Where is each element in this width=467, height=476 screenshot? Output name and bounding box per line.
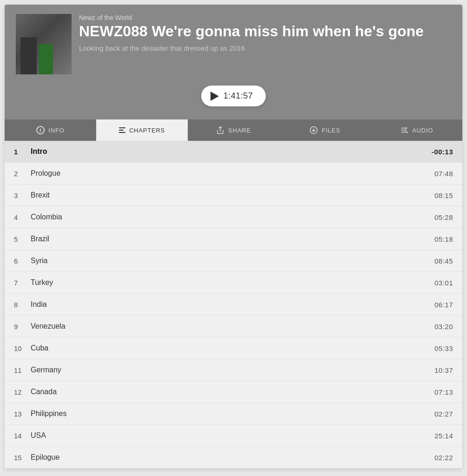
chapter-time: 02:27: [434, 410, 453, 418]
info-icon: i: [36, 126, 45, 134]
chapter-time: 07:13: [434, 388, 453, 396]
chapter-name: Canada: [31, 388, 434, 396]
chapter-row[interactable]: 4Colombia05:28: [5, 206, 462, 228]
chapter-name: Prologue: [31, 169, 434, 178]
tab-files-label: FILES: [322, 127, 340, 134]
audio-icon: [400, 126, 408, 134]
tab-audio-label: AUDIO: [412, 127, 433, 134]
tab-chapters[interactable]: CHAPTERS: [96, 119, 188, 141]
chapter-name: Philippines: [31, 410, 434, 418]
chapter-number: 6: [14, 257, 31, 265]
chapter-row[interactable]: 6Syria08:45: [5, 250, 462, 272]
chapter-number: 11: [14, 366, 31, 374]
chapter-number: 1: [14, 148, 31, 156]
chapter-time: 05:33: [434, 344, 453, 352]
chapter-time: 10:37: [434, 366, 453, 374]
chapter-row[interactable]: 15Epilogue02:22: [5, 447, 462, 469]
tab-audio[interactable]: AUDIO: [371, 119, 462, 141]
episode-info: Newz of the World NEWZ088 We're gonna mi…: [79, 14, 424, 52]
play-button[interactable]: 1:41:57: [201, 86, 266, 106]
chapter-number: 4: [14, 213, 31, 221]
chapter-name: Germany: [31, 366, 434, 374]
chapter-row[interactable]: 9Venezuela03:20: [5, 316, 462, 337]
chapter-row[interactable]: 10Cuba05:33: [5, 337, 462, 359]
chapter-time: -00:13: [432, 148, 453, 156]
tab-share[interactable]: SHARE: [188, 119, 279, 141]
tab-share-label: SHARE: [228, 127, 251, 134]
chapter-number: 2: [14, 170, 31, 178]
episode-subtitle: Looking back at the desaster that dresse…: [79, 44, 424, 52]
chapter-time: 08:15: [434, 192, 453, 199]
chapter-time: 02:22: [434, 454, 453, 462]
chapter-number: 13: [14, 410, 31, 418]
chapter-number: 15: [14, 454, 31, 462]
chapter-name: Turkey: [31, 278, 434, 287]
chapters-list: 1Intro-00:132Prologue07:483Brexit08:154C…: [5, 141, 462, 469]
chapter-name: Venezuela: [31, 322, 434, 331]
chapter-row[interactable]: 2Prologue07:48: [5, 163, 462, 185]
chapter-name: Epilogue: [31, 453, 434, 462]
chapter-time: 08:45: [434, 257, 453, 265]
chapter-time: 25:14: [434, 432, 453, 440]
chapter-name: Brazil: [31, 235, 434, 243]
chapter-number: 3: [14, 192, 31, 199]
chapter-row[interactable]: 11Germany10:37: [5, 359, 462, 381]
tab-chapters-label: CHAPTERS: [129, 127, 165, 134]
tab-files[interactable]: FILES: [279, 119, 371, 141]
chapter-row[interactable]: 14USA25:14: [5, 425, 462, 447]
chapter-time: 05:18: [434, 235, 453, 243]
chapter-number: 5: [14, 235, 31, 243]
svg-point-6: [406, 127, 407, 129]
chapter-name: India: [31, 300, 434, 309]
chapter-number: 7: [14, 279, 31, 287]
chapter-number: 9: [14, 323, 31, 331]
tab-info[interactable]: i INFO: [5, 119, 96, 141]
chapter-number: 10: [14, 344, 31, 352]
chapters-icon: [119, 127, 125, 133]
chapter-number: 8: [14, 301, 31, 309]
chapter-number: 14: [14, 432, 31, 440]
chapter-row[interactable]: 8India06:17: [5, 294, 462, 316]
chapter-row[interactable]: 13Philippines02:27: [5, 403, 462, 425]
tab-bar: i INFO CHAPTERS SHARE: [5, 119, 462, 141]
play-icon: [210, 92, 219, 101]
podcast-thumbnail: [16, 14, 72, 74]
svg-point-8: [406, 132, 408, 133]
tab-info-label: INFO: [48, 127, 64, 134]
app-container: Newz of the World NEWZ088 We're gonna mi…: [5, 5, 462, 469]
chapter-name: Colombia: [31, 213, 434, 221]
play-duration: 1:41:57: [224, 91, 253, 101]
svg-point-7: [405, 130, 406, 131]
podcast-name: Newz of the World: [79, 14, 424, 21]
chapter-time: 07:48: [434, 170, 453, 178]
chapter-row[interactable]: 1Intro-00:13: [5, 141, 462, 163]
chapter-time: 03:20: [434, 323, 453, 331]
chapter-name: Cuba: [31, 344, 434, 352]
chapter-name: Syria: [31, 257, 434, 265]
player-area: 1:41:57: [16, 86, 451, 106]
chapter-name: Intro: [31, 147, 432, 156]
chapter-row[interactable]: 12Canada07:13: [5, 381, 462, 403]
chapter-name: Brexit: [31, 191, 434, 199]
chapter-name: USA: [31, 431, 434, 440]
chapter-time: 05:28: [434, 213, 453, 221]
share-icon: [216, 126, 224, 134]
episode-header: Newz of the World NEWZ088 We're gonna mi…: [5, 5, 462, 119]
chapter-row[interactable]: 3Brexit08:15: [5, 185, 462, 206]
episode-title: NEWZ088 We're gonna miss him when he's g…: [79, 23, 424, 40]
chapter-time: 03:01: [434, 279, 453, 287]
header-top: Newz of the World NEWZ088 We're gonna mi…: [16, 14, 451, 74]
files-icon: [309, 126, 318, 134]
chapter-row[interactable]: 5Brazil05:18: [5, 228, 462, 250]
chapter-row[interactable]: 7Turkey03:01: [5, 272, 462, 294]
chapter-time: 06:17: [434, 301, 453, 309]
chapter-number: 12: [14, 388, 31, 396]
